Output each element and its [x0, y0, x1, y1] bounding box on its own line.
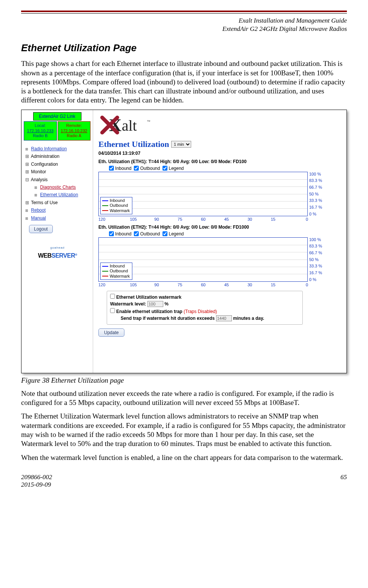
chart1-legend-checkbox[interactable] [163, 166, 167, 171]
chart1-inbound-label: Inbound [115, 166, 131, 171]
nav-label: Configuration [31, 162, 58, 167]
local-radio-box[interactable]: Local: 172.16.10.233 Radio B [24, 121, 57, 141]
ytick: 83.3 % [309, 244, 327, 248]
legend-label-outbound: Outbound [110, 269, 128, 273]
trap-sentence-post: minutes a day. [233, 316, 264, 321]
chart1-block: Inbound Outbound Legend Inbound Outbound… [98, 166, 347, 221]
chart1-inbound-checkbox[interactable] [109, 166, 114, 171]
nav-label: Terms of Use [31, 200, 58, 205]
logout-button[interactable]: Logout [29, 225, 53, 233]
expand-icon: ⊞ [25, 153, 30, 160]
chart1-legend-label: Legend [169, 166, 184, 171]
update-button[interactable]: Update [98, 328, 124, 337]
traps-disabled-text: (Traps Disabled) [184, 309, 217, 314]
chart2-outbound-checkbox[interactable] [134, 231, 139, 236]
panel-title: Ethernet Utilization [98, 139, 169, 149]
nav-label: Administration [31, 154, 60, 159]
ytick: 50 % [309, 257, 327, 262]
xtick: 45 [215, 217, 238, 221]
chart1-checkbox-row: Inbound Outbound Legend [109, 166, 347, 171]
ytick: 16.7 % [309, 205, 327, 209]
trap-enable-checkbox[interactable] [110, 308, 115, 313]
interval-select[interactable]: 1 min [171, 141, 191, 148]
nav-monitor[interactable]: ⊞ Monitor [25, 168, 90, 176]
watermark-level-input[interactable] [147, 301, 163, 307]
exalt-logo: X alt ™ [98, 114, 347, 136]
xtick: 105 [122, 217, 145, 221]
ytick: 16.7 % [309, 270, 327, 275]
nav-ethernet-utilization[interactable]: ⊠ Ethernet Utilization [34, 191, 90, 199]
legend-swatch-inbound [102, 200, 108, 201]
watermark-enable-label: Ethernet Utilization watermark [116, 295, 181, 300]
ytick: 66.7 % [309, 185, 327, 189]
trap-minutes-input[interactable] [216, 315, 232, 321]
legend-swatch-outbound [102, 205, 108, 206]
remote-radio: Radio A [59, 133, 90, 139]
local-radio: Radio B [25, 133, 56, 139]
legend-swatch-inbound [102, 266, 108, 267]
nav-analysis[interactable]: ⊟ Analysis [25, 176, 90, 183]
paragraph-after-2: The Ethernet Utilization Watermark level… [21, 412, 347, 448]
trap-enable-label: Enable ethernet utilization trap [116, 309, 182, 314]
screenshot-container: ExtendAir G2 Link Local: 172.16.10.233 R… [21, 110, 347, 373]
chart2-header: Eth. Utilization (ETH2): T=44 High: 0/0 … [98, 225, 347, 230]
nav-label: Analysis [31, 177, 48, 182]
panel-title-row: Ethernet Utilization 1 min [98, 139, 347, 149]
legend-swatch-watermark [102, 276, 108, 276]
webserver-logo: goahead WEBSERVER® [28, 243, 87, 261]
xtick: 120 [98, 283, 122, 287]
chart1-y-axis: 100 % 83.3 % 66.7 % 50 % 33.3 % 16.7 % 0… [308, 172, 327, 216]
nav-diagnostic-charts[interactable]: ⊠ Diagnostic Charts [34, 183, 90, 191]
ytick: 0 % [309, 277, 327, 282]
xtick: 15 [261, 283, 285, 287]
sidebar: ExtendAir G2 Link Local: 172.16.10.233 R… [21, 110, 93, 373]
doc-header-line2: ExtendAir G2 24GHz Digital Microwave Rad… [21, 25, 347, 33]
legend-swatch-outbound [102, 271, 108, 272]
xtick: 120 [98, 217, 122, 221]
paragraph-after-3: When the watermark level function is ena… [21, 453, 347, 462]
trap-sentence-pre: Send trap if watermark hit duration exce… [121, 316, 215, 321]
chart2-legend-box: Inbound Outbound Watermark [100, 263, 132, 280]
doc-header-line1: Exalt Installation and Management Guide [21, 17, 347, 25]
legend-label-inbound: Inbound [110, 264, 125, 269]
watermark-pct-label: % [164, 301, 169, 307]
leaf-icon: ⊠ [25, 216, 30, 221]
webserver-logo-goahead: goahead [29, 245, 86, 250]
chart2-outbound-label: Outbound [140, 231, 160, 237]
xtick: 60 [192, 217, 215, 221]
nav-terms-of-use[interactable]: ⊞ Terms of Use [25, 199, 90, 206]
link-title: ExtendAir G2 Link [33, 112, 81, 121]
watermark-enable-checkbox[interactable] [110, 294, 115, 299]
xtick: 30 [238, 217, 262, 221]
xtick: 15 [261, 217, 285, 221]
intro-paragraph: This page shows a chart for each Etherne… [21, 59, 347, 105]
chart1-x-axis: 120 105 90 75 60 45 30 15 0 [98, 217, 308, 221]
nav-configuration[interactable]: ⊞ Configuration [25, 160, 90, 168]
chart2-checkbox-row: Inbound Outbound Legend [109, 231, 347, 237]
ytick: 33.3 % [309, 264, 327, 268]
chart1-header: Eth. Utilization (ETH1): T=44 High: 0/0 … [98, 159, 347, 164]
chart2-inbound-checkbox[interactable] [109, 231, 114, 236]
webserver-logo-tm: ® [75, 253, 77, 257]
local-ip: 172.16.10.233 [25, 128, 56, 134]
chart2-legend-checkbox[interactable] [163, 231, 167, 236]
leaf-icon: ⊠ [25, 208, 30, 214]
ytick: 100 % [309, 237, 327, 242]
nav-manual[interactable]: ⊠ Manual [25, 214, 90, 222]
ytick: 83.3 % [309, 178, 327, 183]
remote-radio-box[interactable]: Remote: 172.16.10.232 Radio A [58, 121, 91, 141]
chart2-block: Inbound Outbound Legend Inbound Outbound… [98, 231, 347, 287]
legend-label-inbound: Inbound [110, 198, 125, 203]
svg-text:™: ™ [147, 119, 150, 124]
webserver-logo-server: SERVER [51, 252, 75, 259]
header-rule-thick [21, 11, 347, 12]
chart1-plot: Inbound Outbound Watermark [98, 172, 308, 216]
nav-radio-information[interactable]: ⊠ Radio Information [25, 145, 90, 153]
nav-administration[interactable]: ⊞ Administration [25, 153, 90, 160]
nav-reboot[interactable]: ⊠ Reboot [25, 206, 90, 214]
remote-label: Remote: [59, 123, 90, 128]
timestamp: 04/10/2014 13:19:07 [98, 151, 347, 156]
chart1-outbound-checkbox[interactable] [134, 166, 139, 171]
nav-label: Monitor [31, 169, 46, 174]
watermark-settings: Ethernet Utilization watermark Watermark… [107, 291, 347, 325]
